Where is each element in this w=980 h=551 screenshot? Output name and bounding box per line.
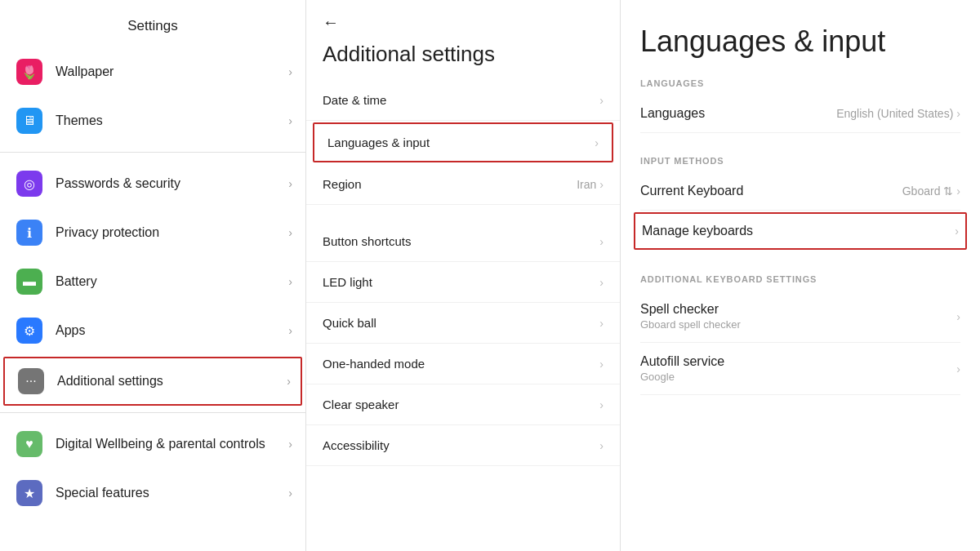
chevron-icon: ›: [288, 438, 292, 451]
mid-chevron-onehanded: ›: [599, 358, 604, 371]
sidebar-item-battery[interactable]: ▬ Battery ›: [0, 257, 305, 306]
right-item-autofill[interactable]: Autofill service Google ›: [640, 343, 960, 395]
mid-item-quickball[interactable]: Quick ball ›: [306, 303, 620, 344]
right-item-content-languages-item: Languages: [640, 106, 836, 121]
privacy-icon: ℹ: [16, 220, 42, 246]
chevron-icon: ›: [288, 324, 292, 337]
middle-panel: ← Additional settings Date & time › Lang…: [306, 0, 621, 551]
wallpaper-icon: 🌷: [16, 59, 42, 85]
sidebar-label-wallpaper: Wallpaper: [56, 64, 288, 81]
settings-title: Settings: [0, 8, 305, 47]
chevron-icon: ›: [288, 114, 292, 127]
right-item-manage-keyboards[interactable]: Manage keyboards ›: [634, 212, 967, 250]
chevron-icon: ›: [288, 487, 292, 500]
mid-label-ledlight: LED light: [323, 275, 599, 289]
right-label-current-keyboard: Current Keyboard: [640, 184, 902, 198]
middle-title: Additional settings: [306, 38, 620, 80]
sidebar-item-passwords[interactable]: ◎ Passwords & security ›: [0, 159, 305, 208]
right-sub-spell-checker: Gboard spell checker: [640, 318, 956, 331]
special-icon: ★: [16, 480, 42, 506]
right-title: Languages & input: [640, 24, 960, 59]
section-header-languages: LANGUAGES: [640, 78, 960, 88]
sidebar-label-special: Special features: [56, 485, 288, 502]
additional-icon: ···: [18, 368, 44, 394]
right-item-content-current-keyboard: Current Keyboard: [640, 184, 902, 198]
mid-label-onehanded: One-handed mode: [323, 357, 599, 371]
mid-chevron-languages: ›: [595, 136, 599, 149]
apps-icon: ⚙: [16, 318, 42, 344]
right-label-spell-checker: Spell checker: [640, 302, 956, 317]
sidebar-label-digitalwellbeing: Digital Wellbeing & parental controls: [56, 436, 288, 453]
middle-header: ←: [306, 0, 620, 38]
mid-item-accessibility[interactable]: Accessibility ›: [306, 425, 620, 466]
right-item-current-keyboard[interactable]: Current Keyboard Gboard ⇅ ›: [640, 172, 960, 211]
mid-label-languages: Languages & input: [327, 136, 595, 149]
right-item-content-autofill: Autofill service Google: [640, 354, 956, 383]
mid-item-buttonshortcuts[interactable]: Button shortcuts ›: [306, 221, 620, 262]
sidebar-item-themes[interactable]: 🖥 Themes ›: [0, 96, 305, 145]
mid-chevron-datetime: ›: [599, 94, 604, 107]
chevron-icon: ›: [288, 226, 292, 239]
section-header-additional-keyboard: ADDITIONAL KEYBOARD SETTINGS: [640, 274, 960, 284]
sidebar-label-apps: Apps: [56, 322, 288, 340]
chevron-icon: ›: [288, 177, 292, 190]
mid-label-buttonshortcuts: Button shortcuts: [323, 234, 599, 248]
right-chevron-manage-keyboards: ›: [955, 224, 959, 238]
mid-item-clearspeaker[interactable]: Clear speaker ›: [306, 384, 620, 425]
right-chevron-languages-item: ›: [956, 107, 960, 120]
left-nav: 🌷 Wallpaper › 🖥 Themes › ◎ Passwords & s…: [0, 47, 305, 518]
mid-label-datetime: Date & time: [323, 93, 599, 107]
right-chevron-autofill: ›: [956, 362, 960, 375]
sidebar-item-wallpaper[interactable]: 🌷 Wallpaper ›: [0, 47, 305, 96]
mid-chevron-clearspeaker: ›: [599, 398, 604, 411]
right-sections: LANGUAGES Languages English (United Stat…: [640, 75, 960, 395]
mid-label-region: Region: [323, 177, 577, 191]
battery-icon: ▬: [16, 269, 42, 295]
themes-icon: 🖥: [16, 108, 42, 134]
sidebar-item-privacy[interactable]: ℹ Privacy protection ›: [0, 208, 305, 257]
sidebar-label-themes: Themes: [56, 113, 288, 130]
right-value-languages-item: English (United States): [836, 107, 953, 120]
right-panel: Languages & input LANGUAGES Languages En…: [621, 0, 980, 551]
right-item-content-manage-keyboards: Manage keyboards: [642, 224, 955, 238]
right-chevron-spell-checker: ›: [956, 310, 960, 323]
right-label-autofill: Autofill service: [640, 354, 956, 369]
mid-item-datetime[interactable]: Date & time ›: [306, 80, 620, 121]
sidebar-label-passwords: Passwords & security: [56, 176, 288, 193]
passwords-icon: ◎: [16, 171, 42, 197]
section-header-inputmethods: INPUT METHODS: [640, 156, 960, 166]
mid-item-ledlight[interactable]: LED light ›: [306, 262, 620, 303]
chevron-icon: ›: [288, 275, 292, 288]
sidebar-item-digitalwellbeing[interactable]: ♥ Digital Wellbeing & parental controls …: [0, 420, 305, 469]
chevron-icon: ›: [288, 65, 292, 78]
mid-chevron-accessibility: ›: [599, 439, 604, 452]
right-label-languages-item: Languages: [640, 106, 836, 121]
sidebar-label-privacy: Privacy protection: [56, 224, 288, 242]
mid-item-languages[interactable]: Languages & input ›: [313, 122, 613, 162]
mid-value-region: Iran: [577, 178, 596, 191]
left-panel: Settings 🌷 Wallpaper › 🖥 Themes › ◎ Pass…: [0, 0, 306, 551]
back-button[interactable]: ←: [323, 13, 339, 32]
right-chevron-current-keyboard: ›: [956, 184, 960, 198]
sidebar-label-additional: Additional settings: [57, 373, 287, 390]
mid-item-onehanded[interactable]: One-handed mode ›: [306, 344, 620, 384]
mid-label-clearspeaker: Clear speaker: [323, 398, 599, 411]
mid-chevron-ledlight: ›: [599, 276, 604, 289]
chevron-icon: ›: [287, 375, 291, 388]
mid-chevron-quickball: ›: [599, 317, 604, 330]
mid-chevron-region: ›: [599, 178, 604, 191]
sidebar-item-additional[interactable]: ··· Additional settings ›: [3, 357, 302, 406]
middle-nav: Date & time › Languages & input › Region…: [306, 80, 620, 466]
right-sub-autofill: Google: [640, 371, 956, 383]
mid-chevron-buttonshortcuts: ›: [599, 235, 604, 248]
digitalwellbeing-icon: ♥: [16, 431, 42, 457]
sidebar-item-apps[interactable]: ⚙ Apps ›: [0, 306, 305, 355]
sidebar-label-battery: Battery: [56, 273, 288, 291]
right-item-content-spell-checker: Spell checker Gboard spell checker: [640, 302, 956, 331]
right-value-current-keyboard: Gboard ⇅: [902, 184, 954, 198]
sidebar-item-special[interactable]: ★ Special features ›: [0, 469, 305, 518]
right-item-spell-checker[interactable]: Spell checker Gboard spell checker ›: [640, 291, 960, 343]
right-item-languages-item[interactable]: Languages English (United States) ›: [640, 95, 960, 133]
right-label-manage-keyboards: Manage keyboards: [642, 224, 955, 238]
mid-item-region[interactable]: Region Iran ›: [306, 164, 620, 205]
